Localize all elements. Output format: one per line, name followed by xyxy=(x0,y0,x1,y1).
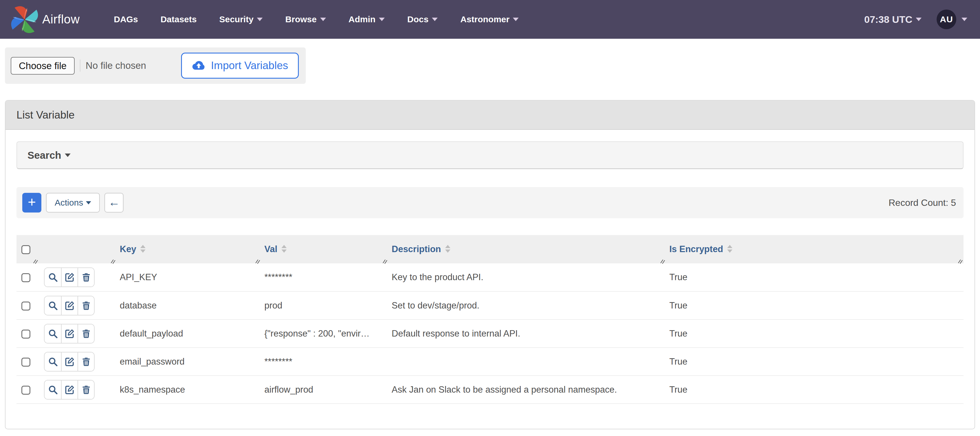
column-header-description[interactable]: Description xyxy=(385,235,662,263)
nav-item-datasets[interactable]: Datasets xyxy=(161,14,197,24)
caret-down-icon xyxy=(432,17,438,21)
delete-record-button[interactable] xyxy=(78,296,94,315)
user-avatar[interactable]: AU xyxy=(937,10,956,29)
cell-description: Ask Jan on Slack to be assigned a person… xyxy=(385,376,662,404)
edit-icon xyxy=(65,328,75,339)
cell-is-encrypted: True xyxy=(662,263,964,292)
list-variable-panel: List Variable Search + Actions ← Record … xyxy=(5,100,975,430)
view-record-button[interactable] xyxy=(45,381,61,399)
cell-key: database xyxy=(113,292,258,319)
view-record-button[interactable] xyxy=(45,352,61,371)
caret-down-icon xyxy=(379,17,385,21)
actions-column-header xyxy=(35,235,113,263)
add-record-button[interactable]: + xyxy=(22,193,41,212)
choose-file-button[interactable]: Choose file xyxy=(11,57,75,75)
column-header-key[interactable]: Key xyxy=(113,235,258,263)
column-resize-handle[interactable] xyxy=(32,257,39,263)
nav-item-astronomer[interactable]: Astronomer xyxy=(460,14,519,24)
nav-menu: DAGs Datasets Security Browse Admin Docs… xyxy=(114,14,519,24)
edit-record-button[interactable] xyxy=(61,352,78,371)
row-checkbox[interactable] xyxy=(21,330,30,339)
table-row: k8s_namespace airflow_prod Ask Jan on Sl… xyxy=(16,376,964,404)
nav-item-admin[interactable]: Admin xyxy=(348,14,385,24)
nav-item-docs[interactable]: Docs xyxy=(407,14,438,24)
delete-record-button[interactable] xyxy=(78,381,94,399)
table-row: email_password ******** True xyxy=(16,347,964,376)
timezone-dropdown[interactable]: 07:38 UTC xyxy=(864,14,921,25)
edit-icon xyxy=(65,357,75,367)
cell-key: k8s_namespace xyxy=(113,376,258,404)
panel-header: List Variable xyxy=(5,101,975,130)
column-resize-handle[interactable] xyxy=(382,257,388,263)
sort-icon xyxy=(727,245,732,253)
row-checkbox[interactable] xyxy=(21,301,30,311)
row-action-group xyxy=(44,268,95,287)
cell-description: Set to dev/stage/prod. xyxy=(385,292,662,319)
row-action-group xyxy=(44,380,95,400)
edit-record-button[interactable] xyxy=(61,381,78,399)
delete-record-button[interactable] xyxy=(78,352,94,371)
cell-val: ******** xyxy=(258,263,385,292)
row-checkbox[interactable] xyxy=(21,358,30,366)
view-record-button[interactable] xyxy=(45,268,61,287)
row-actions-cell xyxy=(35,347,113,376)
table-row: database prod Set to dev/stage/prod. Tru… xyxy=(16,292,964,319)
column-resize-handle[interactable] xyxy=(110,257,116,263)
cell-description: Default response to internal API. xyxy=(385,319,662,347)
edit-record-button[interactable] xyxy=(61,296,78,315)
cell-description: Key to the product API. xyxy=(385,263,662,292)
edit-icon xyxy=(65,385,75,395)
caret-down-icon xyxy=(320,17,326,21)
column-resize-handle[interactable] xyxy=(957,257,964,263)
search-label: Search xyxy=(27,149,61,161)
airflow-brand[interactable]: Airflow xyxy=(10,5,80,33)
edit-icon xyxy=(65,300,75,311)
row-actions-cell xyxy=(35,319,113,347)
select-all-checkbox[interactable] xyxy=(21,245,30,254)
user-menu[interactable]: AU xyxy=(937,10,967,29)
delete-record-button[interactable] xyxy=(78,324,94,343)
variables-table: Key Val Description xyxy=(16,235,964,404)
search-toggle[interactable]: Search xyxy=(16,141,964,169)
delete-record-button[interactable] xyxy=(78,268,94,287)
file-status-text: No file chosen xyxy=(80,60,146,72)
row-actions-cell xyxy=(35,263,113,292)
nav-item-dags[interactable]: DAGs xyxy=(114,14,138,24)
column-header-val[interactable]: Val xyxy=(258,235,385,263)
column-resize-handle[interactable] xyxy=(660,257,666,263)
cell-is-encrypted: True xyxy=(662,319,964,347)
view-record-button[interactable] xyxy=(45,324,61,343)
cell-val: {"response" : 200, "envir… xyxy=(258,319,385,347)
sort-icon xyxy=(282,245,286,253)
cell-description xyxy=(385,347,662,376)
top-navbar: Airflow DAGs Datasets Security Browse Ad… xyxy=(0,0,980,39)
table-row: default_payload {"response" : 200, "envi… xyxy=(16,319,964,347)
file-input[interactable]: Choose file No file chosen xyxy=(11,57,146,75)
row-checkbox[interactable] xyxy=(21,273,30,282)
panel-body: Search + Actions ← Record Count: 5 xyxy=(5,130,975,429)
trash-icon xyxy=(81,357,91,367)
clock-label: 07:38 UTC xyxy=(864,14,912,25)
column-resize-handle[interactable] xyxy=(255,257,261,263)
import-variables-button[interactable]: Import Variables xyxy=(181,52,299,79)
edit-icon xyxy=(65,272,75,282)
record-count: Record Count: 5 xyxy=(889,197,956,208)
back-button[interactable]: ← xyxy=(104,193,124,212)
actions-dropdown[interactable]: Actions xyxy=(46,193,100,212)
row-actions-cell xyxy=(35,292,113,319)
view-record-button[interactable] xyxy=(45,296,61,315)
import-variables-label: Import Variables xyxy=(211,60,288,72)
cell-key: email_password xyxy=(113,347,258,376)
row-checkbox[interactable] xyxy=(21,386,30,395)
row-action-group xyxy=(44,296,95,316)
cell-is-encrypted: True xyxy=(662,347,964,376)
row-select-cell xyxy=(16,319,35,347)
nav-item-security[interactable]: Security xyxy=(219,14,262,24)
column-header-is-encrypted[interactable]: Is Encrypted xyxy=(662,235,964,263)
edit-record-button[interactable] xyxy=(61,324,78,343)
magnifier-icon xyxy=(48,272,58,282)
sort-icon xyxy=(140,245,145,253)
edit-record-button[interactable] xyxy=(61,268,78,287)
cloud-upload-icon xyxy=(192,60,206,71)
nav-item-browse[interactable]: Browse xyxy=(285,14,326,24)
